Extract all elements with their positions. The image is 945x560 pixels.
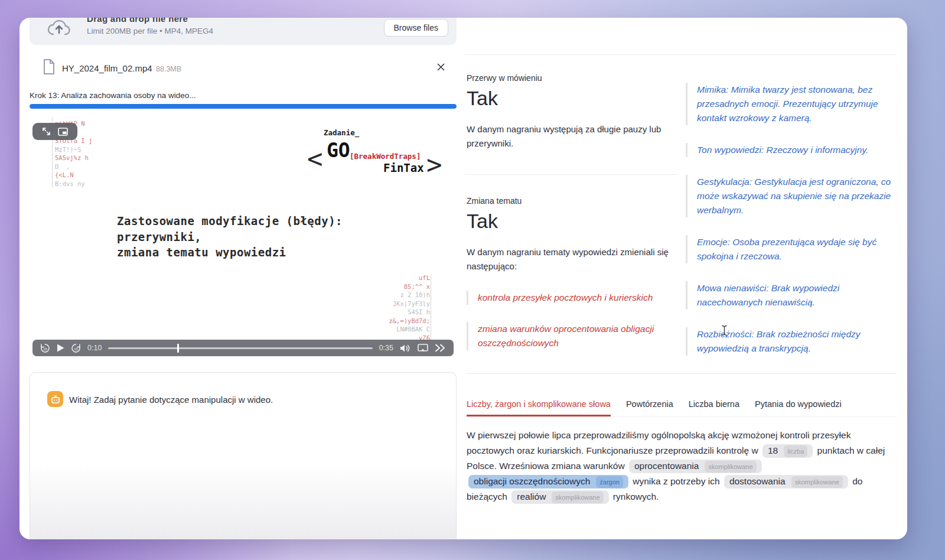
logo-angle-left: < (307, 144, 323, 174)
analysis-tab[interactable]: Powtórzenia (626, 399, 673, 416)
analysis-tab[interactable]: Pytania do wypowiedzi (755, 399, 842, 416)
video-player[interactable]: pihW*P NG ^uSfUlfa I jMzT!)~S5A5vj%z hD … (30, 115, 457, 360)
video-controls-bar: 15 15 0:10 0:35 (32, 340, 454, 356)
divider (465, 373, 895, 374)
metric-value-topic-change: Tak (467, 209, 498, 233)
glitch-line: D , (55, 162, 92, 171)
transcript-text: rynkowych. (611, 491, 659, 502)
tag-category-label: skomplikowane (791, 476, 843, 488)
glitch-line: S4SI h (389, 308, 430, 317)
metric-label-pauses: Przerwy w mówieniu (467, 73, 542, 83)
cast-screen-icon (418, 344, 428, 353)
glitch-line: z&,=)yBd7d; (389, 317, 430, 325)
play-button[interactable] (57, 344, 64, 352)
video-caption: Zastosowane modyfikacje (błędy): przeryw… (117, 213, 343, 261)
tagged-word: realiów (517, 491, 546, 502)
cast-button[interactable] (418, 344, 428, 353)
current-time: 0:10 (87, 344, 102, 352)
transcript-tag-jargon[interactable]: obligacji oszczędnościowychżargon (468, 475, 628, 489)
picture-in-picture-icon (58, 128, 68, 136)
uploaded-file-name: HY_2024_film_02.mp4 (62, 63, 152, 73)
skip-forward-button[interactable] (435, 344, 446, 352)
dropzone-hint-clipped: Drag and drop file here (87, 18, 264, 24)
tag-category-label: skomplikowane (705, 461, 756, 473)
fullscreen-button[interactable] (42, 127, 51, 136)
text-cursor (721, 325, 728, 336)
transcript-tag-number[interactable]: 18liczba (762, 444, 813, 458)
metric-desc-topic-change: W danym nagraniu tematy wypowiedzi zmien… (467, 245, 670, 274)
logo-fintax: FinTax (383, 161, 424, 174)
transcript-tag-complex[interactable]: oprocentowaniaskomplikowane (629, 460, 762, 473)
progress-bar (30, 104, 457, 109)
file-icon (43, 59, 56, 75)
volume-button[interactable] (400, 344, 411, 353)
glitch-line: B:dvs ny (55, 180, 92, 188)
glitch-line: ufL (389, 274, 430, 282)
metric-label-topic-change: Zmiana tematu (467, 196, 522, 206)
glitch-line: 5A5vj%z h (55, 154, 92, 162)
pip-button[interactable] (58, 128, 68, 136)
transcript-paragraph: W pierwszej połowie lipca przeprowadzili… (467, 428, 893, 504)
metric-value-pauses: Tak (467, 86, 498, 110)
uploaded-file-size: 88.3MB (156, 65, 181, 73)
behavior-note: Ton wypowiedzi: Rzeczowy i informacyjny. (686, 143, 896, 157)
video-task-label: Zadanie_ (324, 128, 359, 137)
behavior-note: Gestykulacja: Gestykulacja jest ogranicz… (686, 175, 896, 217)
assistant-welcome-message: Witaj! Zadaj pytanie dotyczące manipulac… (69, 395, 273, 405)
analysis-tab[interactable]: Liczby, żargon i skomplikowane słowa (467, 399, 611, 416)
file-uploader-dropzone[interactable]: Drag and drop file here Limit 200MB per … (30, 18, 457, 45)
video-glitch-divider-right (431, 275, 431, 341)
robot-icon (51, 395, 60, 403)
logo-breakwordtraps: [BreakWordTraps] (350, 152, 421, 161)
glitch-line: MzT!)~S (55, 145, 92, 154)
glitch-line: z 2 10)h (389, 291, 430, 299)
tagged-word: obligacji oszczędnościowych (474, 476, 590, 486)
logo-angle-right: > (426, 149, 442, 180)
transcript-tag-complex[interactable]: realiówskomplikowane (511, 490, 608, 504)
topic-quote: kontrola przesyłek pocztowych i kuriersk… (467, 291, 679, 305)
behavior-note: Mowa nienawiści: Brak wypowiedzi nacecho… (686, 281, 896, 310)
behavior-note: Mimika: Mimika twarzy jest stonowana, be… (686, 83, 896, 125)
video-overlay-controls (32, 123, 77, 140)
rewind-15-icon: 15 (40, 343, 50, 353)
glitch-line: JKx|7yF3ly (389, 299, 430, 308)
metric-desc-pauses: W danym nagraniu występują za długie pau… (467, 122, 662, 151)
divider (465, 174, 678, 175)
svg-text:15: 15 (74, 347, 78, 350)
topic-quote: zmiana warunków oprocentowania obligacji… (467, 322, 679, 350)
browse-files-button[interactable]: Browse files (384, 19, 448, 37)
analysis-tabs: Liczby, żargon i skomplikowane słowaPowt… (467, 399, 895, 417)
tagged-word: oprocentowania (634, 461, 699, 471)
behavior-note: Rozbieżności: Brak rozbieżności między w… (686, 327, 896, 356)
divider (465, 54, 895, 55)
chat-panel: Witaj! Zadaj pytanie dotyczące manipulac… (30, 372, 457, 539)
glitch-line: {<L.N (55, 171, 92, 180)
progress-step-label: Krok 13: Analiza zachowania osoby na wid… (30, 91, 195, 100)
video-glitch-text-right: ufL85;^^ xz 2 10)hJKx|7yF3lyS4SI hz&,=)y… (389, 274, 430, 342)
close-icon (437, 63, 445, 71)
upload-limit-text: Limit 200MB per file • MP4, MPEG4 (87, 27, 213, 35)
topic-quotes-list: kontrola przesyłek pocztowych i kuriersk… (467, 291, 679, 350)
analysis-tab[interactable]: Liczba bierna (689, 399, 739, 416)
behavior-notes-list: Mimika: Mimika twarzy jest stonowana, be… (686, 83, 896, 356)
double-chevron-icon (435, 344, 446, 352)
transcript-tag-complex[interactable]: dostosowaniaskomplikowane (724, 475, 848, 489)
progress-bar-fill (30, 104, 457, 109)
tagged-word: 18 (768, 445, 778, 455)
glitch-line: 85;^^ x (389, 282, 430, 291)
rewind-15-button[interactable]: 15 (40, 343, 50, 353)
play-icon (57, 344, 64, 352)
svg-text:15: 15 (43, 347, 47, 350)
tag-category-label: żargon (596, 476, 623, 488)
tag-category-label: liczba (784, 445, 807, 457)
fullscreen-icon (42, 127, 51, 136)
remove-file-button[interactable] (433, 60, 448, 76)
upload-cloud-icon (47, 20, 71, 38)
seek-handle[interactable] (177, 344, 179, 353)
seek-bar[interactable] (108, 347, 372, 349)
tag-category-label: skomplikowane (552, 491, 603, 503)
forward-15-button[interactable]: 15 (71, 343, 81, 353)
glitch-line: LN#0BAK C (389, 325, 430, 334)
app-card: Drag and drop file here Limit 200MB per … (19, 18, 907, 539)
logo-go: GO (327, 139, 350, 162)
